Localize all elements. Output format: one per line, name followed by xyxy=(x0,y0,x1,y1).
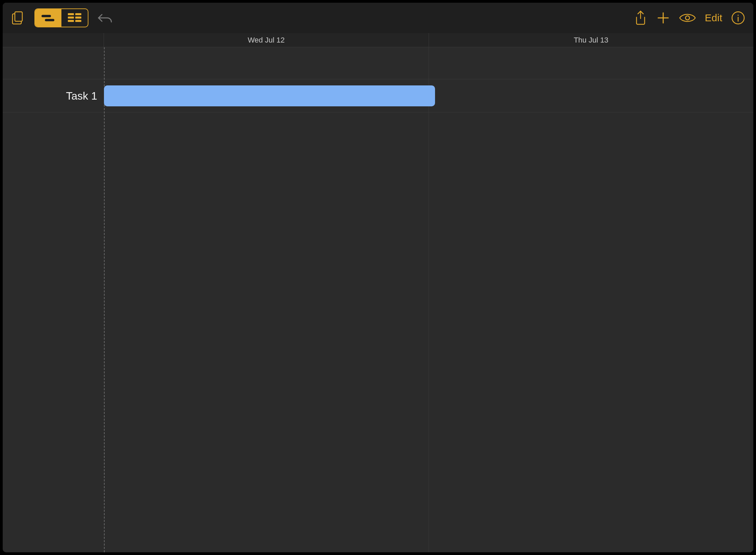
gantt-area[interactable]: Task 1 xyxy=(3,47,753,552)
add-icon[interactable] xyxy=(656,11,670,25)
toolbar: Edit xyxy=(3,3,753,33)
svg-rect-8 xyxy=(75,20,81,22)
info-icon[interactable] xyxy=(731,11,745,25)
date-header-gutter xyxy=(3,33,104,47)
svg-rect-7 xyxy=(68,20,74,22)
day-separator-line xyxy=(429,47,429,552)
date-column-2[interactable]: Thu Jul 13 xyxy=(429,33,754,47)
date-header: Wed Jul 12 Thu Jul 13 xyxy=(3,33,753,47)
share-icon[interactable] xyxy=(634,10,647,26)
svg-point-11 xyxy=(737,15,738,16)
svg-point-9 xyxy=(685,16,690,20)
eye-icon[interactable] xyxy=(679,12,696,24)
svg-rect-6 xyxy=(75,17,81,19)
svg-rect-2 xyxy=(45,19,54,21)
svg-rect-4 xyxy=(75,13,81,15)
date-label: Wed Jul 12 xyxy=(248,36,285,45)
spacer-row xyxy=(3,47,104,79)
task-bar[interactable] xyxy=(104,85,435,106)
svg-rect-3 xyxy=(68,13,74,15)
svg-rect-5 xyxy=(68,17,74,19)
undo-icon[interactable] xyxy=(97,11,113,25)
task-row-label[interactable]: Task 1 xyxy=(3,79,104,112)
task-label-column: Task 1 xyxy=(3,47,104,552)
edit-button[interactable]: Edit xyxy=(705,12,722,24)
outline-view-segment[interactable] xyxy=(61,9,88,27)
date-column-1[interactable]: Wed Jul 12 xyxy=(104,33,429,47)
gantt-view-segment[interactable] xyxy=(35,9,61,27)
view-mode-toggle[interactable] xyxy=(34,8,88,27)
svg-rect-0 xyxy=(15,12,22,21)
date-label: Thu Jul 13 xyxy=(574,36,609,45)
task-name: Task 1 xyxy=(66,89,97,102)
documents-icon[interactable] xyxy=(11,10,26,25)
today-marker-line xyxy=(104,47,105,552)
app-window: Edit Wed Jul 12 Thu Jul 13 xyxy=(3,3,753,552)
svg-rect-1 xyxy=(42,15,51,17)
